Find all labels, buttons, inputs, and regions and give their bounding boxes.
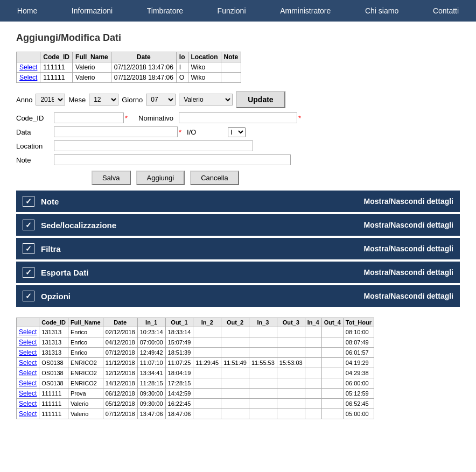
select-link[interactable]: Select bbox=[19, 64, 37, 71]
location-input[interactable] bbox=[54, 140, 253, 151]
cancella-button[interactable]: Cancella bbox=[190, 171, 239, 185]
cell-out3 bbox=[277, 327, 305, 337]
table-row: SelectOS0138ENRICO212/12/201813:34:4118:… bbox=[17, 368, 374, 378]
cell-date: 07/12/2018 18:47:06 bbox=[111, 73, 176, 83]
cell-out3: 15:53:03 bbox=[277, 358, 305, 368]
nav-amministratore[interactable]: Amministratore bbox=[270, 0, 340, 22]
select-link[interactable]: Select bbox=[19, 410, 37, 418]
note-input[interactable] bbox=[54, 154, 291, 165]
cell-out1: 16:22:45 bbox=[165, 399, 193, 409]
table-row: Select 111111 Valerio 07/12/2018 18:47:0… bbox=[17, 73, 241, 83]
table-row: Select131313Enrico02/12/201810:23:1418:3… bbox=[17, 327, 374, 337]
select-link[interactable]: Select bbox=[19, 349, 37, 356]
code-id-input[interactable] bbox=[54, 112, 124, 123]
cell-in3 bbox=[249, 399, 277, 409]
cell-full-name: Valerio bbox=[68, 409, 103, 419]
aggiungi-button[interactable]: Aggiungi bbox=[136, 171, 185, 185]
anno-select[interactable]: 2018 bbox=[36, 94, 65, 105]
cell-in4 bbox=[305, 399, 321, 409]
cell-out2 bbox=[221, 389, 249, 399]
cell-date: 06/12/2018 bbox=[103, 389, 137, 399]
cell-date: 12/12/2018 bbox=[103, 368, 137, 378]
note-row: Note bbox=[16, 154, 460, 165]
cell-io: O bbox=[176, 73, 188, 83]
section-icon-0: ✓ bbox=[23, 196, 34, 207]
cell-code-id: 111111 bbox=[39, 399, 68, 409]
cell-out4 bbox=[321, 409, 343, 419]
giorno-select[interactable]: 07 bbox=[146, 94, 176, 105]
cell-in3 bbox=[249, 368, 277, 378]
cell-in3 bbox=[249, 337, 277, 348]
bottom-col-in3: In_3 bbox=[249, 318, 277, 327]
section-bar-4[interactable]: ✓ Opzioni Mostra/Nascondi dettagli bbox=[16, 285, 460, 307]
mese-label: Mese bbox=[68, 96, 86, 104]
cell-in4 bbox=[305, 348, 321, 358]
cell-full-name: Valerio bbox=[73, 73, 111, 83]
select-link[interactable]: Select bbox=[19, 369, 37, 377]
cell-out4 bbox=[321, 389, 343, 399]
section-bar-0[interactable]: ✓ Note Mostra/Nascondi dettagli bbox=[16, 191, 460, 212]
select-link[interactable]: Select bbox=[19, 379, 37, 387]
cell-in2 bbox=[193, 378, 221, 389]
cell-in4 bbox=[305, 337, 321, 348]
table-row: Select111111Valerio05/12/201809:30:0016:… bbox=[17, 399, 374, 409]
nav-contatti[interactable]: Contatti bbox=[423, 0, 468, 22]
cell-date: 05/12/2018 bbox=[103, 399, 137, 409]
section-action-2: Mostra/Nascondi dettagli bbox=[364, 244, 453, 253]
cell-date: 07/12/2018 bbox=[103, 409, 137, 419]
nav-informazioni[interactable]: Informazioni bbox=[62, 0, 122, 22]
nav-chi-siamo[interactable]: Chi siamo bbox=[355, 0, 408, 22]
cell-out1: 14:42:59 bbox=[165, 389, 193, 399]
data-input[interactable] bbox=[54, 126, 178, 137]
cell-in1: 13:34:41 bbox=[137, 368, 165, 378]
bottom-col-date: Date bbox=[103, 318, 137, 327]
select-link[interactable]: Select bbox=[19, 339, 37, 346]
data-required: * bbox=[179, 128, 181, 136]
cell-in3 bbox=[249, 348, 277, 358]
section-title-2: Filtra bbox=[41, 244, 364, 253]
cell-out4 bbox=[321, 327, 343, 337]
code-id-row: Code_ID * Nominativo * bbox=[16, 112, 460, 123]
select-link[interactable]: Select bbox=[19, 400, 37, 407]
cell-tot: 04:29:38 bbox=[343, 368, 374, 378]
col-select bbox=[17, 52, 40, 62]
cell-out2 bbox=[221, 327, 249, 337]
io-select[interactable]: I O bbox=[228, 127, 246, 137]
cell-in4 bbox=[305, 358, 321, 368]
section-bar-3[interactable]: ✓ Esporta Dati Mostra/Nascondi dettagli bbox=[16, 262, 460, 283]
cell-code-id: OS0138 bbox=[39, 378, 68, 389]
cell-out3 bbox=[277, 399, 305, 409]
section-bar-1[interactable]: ✓ Sede/localizzazione Mostra/Nascondi de… bbox=[16, 214, 460, 236]
bottom-col-out2: Out_2 bbox=[221, 318, 249, 327]
select-link[interactable]: Select bbox=[19, 328, 37, 336]
table-row: Select111111Valerio07/12/201813:47:0618:… bbox=[17, 409, 374, 419]
location-row: Location bbox=[16, 140, 460, 151]
nav-home[interactable]: Home bbox=[8, 0, 47, 22]
cell-code-id: 111111 bbox=[39, 389, 68, 399]
cell-code-id: OS0138 bbox=[39, 358, 68, 368]
collapsible-sections: ✓ Note Mostra/Nascondi dettagli ✓ Sede/l… bbox=[16, 191, 460, 307]
cell-date: 14/12/2018 bbox=[103, 378, 137, 389]
cell-out1: 18:04:19 bbox=[165, 368, 193, 378]
cell-in1: 09:30:00 bbox=[137, 399, 165, 409]
cell-full-name: ENRICO2 bbox=[68, 378, 103, 389]
nominativo-input[interactable] bbox=[179, 112, 297, 123]
select-link[interactable]: Select bbox=[19, 359, 37, 367]
cell-full-name: Enrico bbox=[68, 348, 103, 358]
cell-tot: 06:00:00 bbox=[343, 378, 374, 389]
select-link[interactable]: Select bbox=[19, 74, 37, 81]
nav-timbratore[interactable]: Timbratore bbox=[137, 0, 193, 22]
salva-button[interactable]: Salva bbox=[92, 171, 131, 185]
name-select[interactable]: Valerio bbox=[179, 94, 233, 105]
location-label: Location bbox=[16, 142, 54, 150]
update-button[interactable]: Update bbox=[236, 91, 285, 108]
mese-select[interactable]: 12 bbox=[89, 94, 118, 105]
section-bar-2[interactable]: ✓ Filtra Mostra/Nascondi dettagli bbox=[16, 238, 460, 259]
cell-in1: 11:28:15 bbox=[137, 378, 165, 389]
cell-tot: 06:52:45 bbox=[343, 399, 374, 409]
nominativo-label: Nominativo bbox=[138, 114, 176, 122]
cell-note bbox=[221, 73, 241, 83]
cell-in2 bbox=[193, 337, 221, 348]
select-link[interactable]: Select bbox=[19, 390, 37, 397]
nav-funzioni[interactable]: Funzioni bbox=[208, 0, 256, 22]
